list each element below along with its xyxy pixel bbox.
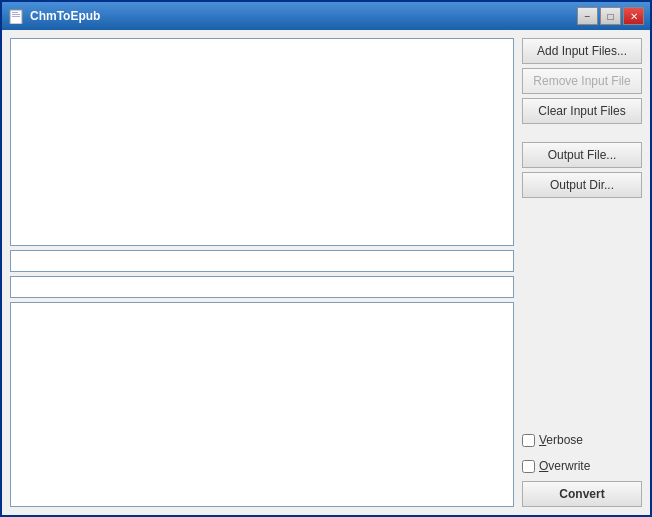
- svg-rect-3: [12, 16, 20, 17]
- app-icon: [8, 8, 24, 24]
- svg-rect-1: [12, 12, 18, 13]
- right-top-buttons: Add Input Files... Remove Input File Cle…: [522, 38, 642, 124]
- title-bar: ChmToEpub − □ ✕: [2, 2, 650, 30]
- add-input-files-button[interactable]: Add Input Files...: [522, 38, 642, 64]
- overwrite-row: Overwrite: [522, 455, 642, 477]
- close-button[interactable]: ✕: [623, 7, 644, 25]
- overwrite-checkbox[interactable]: [522, 460, 535, 473]
- maximize-button[interactable]: □: [600, 7, 621, 25]
- spacer-2: [522, 202, 642, 425]
- clear-input-files-button[interactable]: Clear Input Files: [522, 98, 642, 124]
- file-list[interactable]: [10, 38, 514, 246]
- bottom-section: [10, 302, 514, 508]
- verbose-checkbox[interactable]: [522, 434, 535, 447]
- left-panel: [10, 38, 514, 507]
- right-panel: Add Input Files... Remove Input File Cle…: [522, 38, 642, 507]
- overwrite-label: Overwrite: [539, 459, 590, 473]
- main-content: Add Input Files... Remove Input File Cle…: [2, 30, 650, 515]
- output-buttons: Output File... Output Dir...: [522, 142, 642, 198]
- output-dir-button[interactable]: Output Dir...: [522, 172, 642, 198]
- minimize-button[interactable]: −: [577, 7, 598, 25]
- svg-rect-2: [12, 14, 20, 15]
- mid-section: [10, 250, 514, 298]
- window-title: ChmToEpub: [30, 9, 577, 23]
- window-controls: − □ ✕: [577, 7, 644, 25]
- output-file-input[interactable]: [10, 250, 514, 272]
- main-window: ChmToEpub − □ ✕ Add Input Fil: [0, 0, 652, 517]
- right-bottom-controls: Verbose Overwrite Convert: [522, 429, 642, 507]
- convert-button[interactable]: Convert: [522, 481, 642, 507]
- verbose-row: Verbose: [522, 429, 642, 451]
- verbose-label: Verbose: [539, 433, 583, 447]
- output-file-button[interactable]: Output File...: [522, 142, 642, 168]
- spacer-1: [522, 128, 642, 136]
- remove-input-file-button[interactable]: Remove Input File: [522, 68, 642, 94]
- output-dir-input[interactable]: [10, 276, 514, 298]
- log-area: [10, 302, 514, 508]
